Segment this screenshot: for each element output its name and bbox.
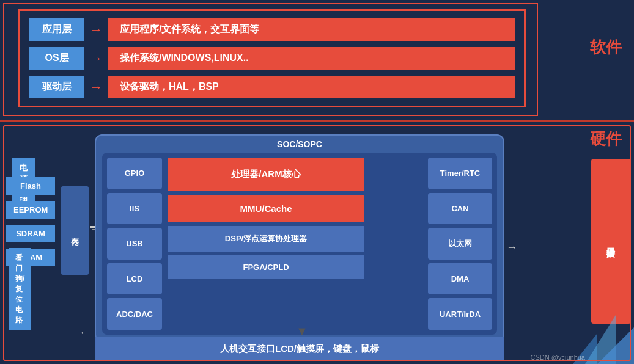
soc-inner: GPIO IIS USB LCD ADC/DAC 处理器/ARM核心 MMU/C… (102, 153, 497, 335)
soc-container: SOC/SOPC GPIO IIS USB LCD ADC/DAC 处理器/AR… (95, 134, 504, 342)
mmu-box: MMU/Cache (168, 195, 364, 222)
processor-box: 处理器/ARM核心 (168, 158, 364, 191)
usb-chip: USB (107, 228, 162, 260)
power-management-box: 电源管理 ↓ (6, 139, 12, 156)
software-layers-box: 应用层 → 应用程序/文件系统，交互界面等 OS层 → 操作系统/WINDOWS… (18, 9, 526, 107)
soc-left-column: GPIO IIS USB LCD ADC/DAC (107, 158, 162, 330)
driver-layer-label: 驱动层 (29, 76, 84, 98)
arrow-icon-2: → (89, 51, 103, 67)
os-layer-label: OS层 (29, 47, 84, 70)
sdram-label: SDRAM (6, 225, 55, 242)
iis-chip: IIS (107, 193, 162, 225)
triangle-1 (597, 327, 634, 364)
app-layer-row: 应用层 → 应用程序/文件系统，交互界面等 (29, 18, 515, 41)
lcd-chip: LCD (107, 263, 162, 295)
driver-layer-content: 设备驱动，HAL，BSP (108, 76, 515, 98)
hardware-section: 硬件 电源管理 ↓ Flash EEPROM SDRAM SRAM 内存 → 看… (0, 122, 634, 364)
soc-title: SOC/SOPC (96, 136, 503, 150)
hardware-label: 硬件 (590, 128, 622, 150)
driver-layer-row: 驱动层 → 设备驱动，HAL，BSP (29, 76, 515, 98)
dsp-box: DSP/浮点运算协处理器 (168, 226, 364, 252)
dma-chip: DMA (428, 263, 492, 295)
can-chip: CAN (428, 193, 492, 225)
watchdog-arrow: ← (79, 327, 89, 338)
app-layer-label: 应用层 (29, 18, 84, 41)
io-interface-box: 输入输出接口 (591, 159, 631, 324)
ethernet-chip: 以太网 (428, 228, 492, 260)
watchdog-label: 看门狗/复位电路 (9, 248, 31, 330)
software-label: 软件 (590, 37, 622, 58)
flash-label: Flash (6, 177, 55, 195)
eeprom-label: EEPROM (6, 201, 55, 219)
watermark: CSDN @vcjunhua (531, 354, 585, 361)
os-layer-content: 操作系统/WINDOWS,LINUX.. (108, 47, 515, 70)
os-layer-row: OS层 → 操作系统/WINDOWS,LINUX.. (29, 47, 515, 70)
uart-irda-chip: UART/IrDA (428, 298, 492, 330)
adcdac-chip: ADC/DAC (107, 298, 162, 330)
memory-label: 内存 (61, 186, 89, 275)
soc-hmi-arrow: ▼ (296, 324, 308, 338)
soc-center-column: 处理器/ARM核心 MMU/Cache DSP/浮点运算协处理器 FPGA/CP… (168, 158, 364, 330)
fpga-box: FPGA/CPLD (168, 255, 364, 279)
arrow-icon-3: → (89, 79, 103, 95)
soc-right-column: Timer/RTC CAN 以太网 DMA UART/IrDA (428, 158, 492, 330)
software-section: 应用层 → 应用程序/文件系统，交互界面等 OS层 → 操作系统/WINDOWS… (0, 0, 634, 122)
app-layer-content: 应用程序/文件系统，交互界面等 (108, 18, 515, 41)
hmi-bar: 人机交互接口LCD/触摸屏，键盘，鼠标 (95, 337, 504, 361)
gpio-chip: GPIO (107, 158, 162, 189)
arrow-icon-1: → (89, 22, 103, 38)
timer-rtc-chip: Timer/RTC (428, 158, 492, 189)
soc-io-arrow: → (506, 241, 517, 254)
